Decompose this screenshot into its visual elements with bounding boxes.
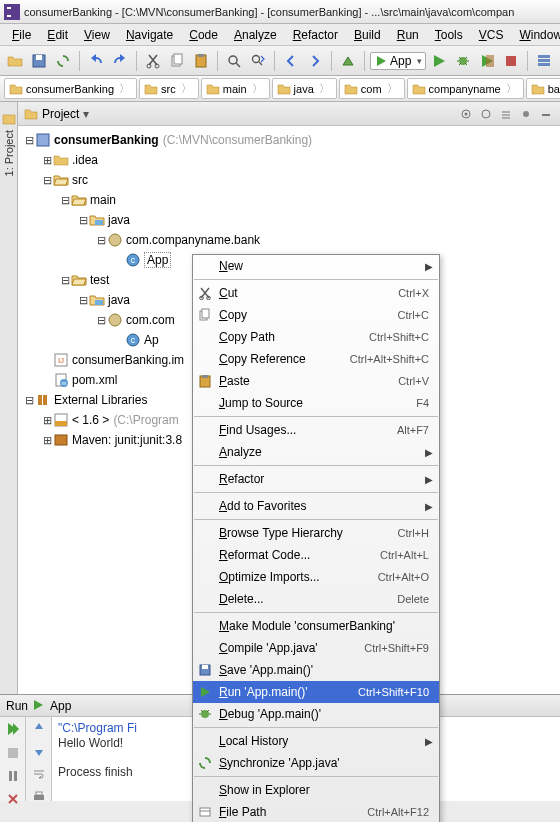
menu-navigate[interactable]: Navigate [118, 26, 181, 44]
svg-rect-8 [174, 54, 182, 64]
ctx-show-in-explorer[interactable]: Show in Explorer [193, 779, 439, 801]
ctx-debug-app-main-[interactable]: Debug 'App.main()' [193, 703, 439, 725]
crumb-companyname[interactable]: companyname〉 [407, 78, 524, 99]
coverage-icon[interactable] [476, 50, 498, 72]
run-gutter-left [0, 717, 26, 801]
debug-button[interactable] [452, 50, 474, 72]
ctx-local-history[interactable]: Local History▶ [193, 730, 439, 752]
redo-icon[interactable] [109, 50, 131, 72]
crumb-src[interactable]: src〉 [139, 78, 199, 99]
make-icon[interactable] [337, 50, 359, 72]
ctx-add-to-favorites[interactable]: Add to Favorites▶ [193, 495, 439, 517]
ctx-copy-path[interactable]: Copy PathCtrl+Shift+C [193, 326, 439, 348]
ctx-make-module-consumerbanking-[interactable]: Make Module 'consumerBanking' [193, 615, 439, 637]
stop-icon[interactable] [500, 50, 522, 72]
project-structure-icon[interactable] [533, 50, 555, 72]
autoscroll-to-icon[interactable] [458, 106, 474, 122]
crumb-java[interactable]: java〉 [272, 78, 337, 99]
menu-window[interactable]: Window [511, 26, 560, 44]
svg-rect-39 [43, 395, 47, 405]
wrap-icon[interactable] [32, 767, 46, 784]
ctx-optimize-imports-[interactable]: Optimize Imports...Ctrl+Alt+O [193, 566, 439, 588]
menu-vcs[interactable]: VCS [471, 26, 512, 44]
svg-point-11 [229, 56, 237, 64]
menu-analyze[interactable]: Analyze [226, 26, 285, 44]
crumb-main[interactable]: main〉 [201, 78, 270, 99]
paste-icon[interactable] [190, 50, 212, 72]
ctx-save-app-main-[interactable]: Save 'App.main()' [193, 659, 439, 681]
svg-rect-43 [8, 748, 18, 758]
rerun-icon[interactable] [5, 721, 21, 740]
svg-point-23 [523, 111, 529, 117]
svg-rect-0 [4, 4, 20, 20]
ctx-copy-reference[interactable]: Copy ReferenceCtrl+Alt+Shift+C [193, 348, 439, 370]
menu-code[interactable]: Code [181, 26, 226, 44]
ctx-refactor[interactable]: Refactor▶ [193, 468, 439, 490]
tree-consumerbanking[interactable]: ⊟consumerBanking(C:\MVN\consumerBanking) [18, 130, 560, 150]
svg-rect-41 [55, 421, 67, 426]
ctx-copy[interactable]: CopyCtrl+C [193, 304, 439, 326]
cut-icon[interactable] [142, 50, 164, 72]
svg-rect-38 [38, 395, 42, 405]
copy-icon [197, 307, 213, 323]
ctx-analyze[interactable]: Analyze▶ [193, 441, 439, 463]
tree--idea[interactable]: ⊞.idea [18, 150, 560, 170]
project-tool-tab[interactable]: 1: Project [0, 102, 18, 694]
exit-icon[interactable] [6, 792, 20, 809]
save-all-icon[interactable] [28, 50, 50, 72]
menu-edit[interactable]: Edit [39, 26, 76, 44]
run-gutter-right [26, 717, 52, 801]
ctx-browse-type-hierarchy[interactable]: Browse Type HierarchyCtrl+H [193, 522, 439, 544]
ctx-find-usages-[interactable]: Find Usages...Alt+F7 [193, 419, 439, 441]
find-icon[interactable] [223, 50, 245, 72]
svg-rect-44 [9, 771, 12, 781]
undo-icon[interactable] [85, 50, 107, 72]
menu-tools[interactable]: Tools [427, 26, 471, 44]
back-icon[interactable] [280, 50, 302, 72]
ctx-file-path[interactable]: File PathCtrl+Alt+F12 [193, 801, 439, 822]
ctx-run-app-main-[interactable]: Run 'App.main()'Ctrl+Shift+F10 [193, 681, 439, 703]
sync-icon[interactable] [52, 50, 74, 72]
ctx-jump-to-source[interactable]: Jump to SourceF4 [193, 392, 439, 414]
collapse-all-icon[interactable] [498, 106, 514, 122]
autoscroll-from-icon[interactable] [478, 106, 494, 122]
ctx-new[interactable]: New▶ [193, 255, 439, 277]
ctx-cut[interactable]: CutCtrl+X [193, 282, 439, 304]
menu-file[interactable]: File [4, 26, 39, 44]
hide-icon[interactable] [538, 106, 554, 122]
tree-main[interactable]: ⊟main [18, 190, 560, 210]
menu-run[interactable]: Run [389, 26, 427, 44]
ctx-delete-[interactable]: Delete...Delete [193, 588, 439, 610]
svg-rect-15 [506, 56, 516, 66]
down-icon[interactable] [32, 744, 46, 761]
ctx-paste[interactable]: PasteCtrl+V [193, 370, 439, 392]
tree-com-companyname-bank[interactable]: ⊟com.companyname.bank [18, 230, 560, 250]
ctx-compile-app-java-[interactable]: Compile 'App.java'Ctrl+Shift+F9 [193, 637, 439, 659]
tree-src[interactable]: ⊟src [18, 170, 560, 190]
menu-refactor[interactable]: Refactor [285, 26, 346, 44]
svg-rect-46 [34, 795, 44, 800]
crumb-consumerbanking[interactable]: consumerBanking〉 [4, 78, 137, 99]
panel-title: Project [42, 107, 79, 121]
ctx-synchronize-app-java-[interactable]: Synchronize 'App.java' [193, 752, 439, 774]
stop-run-icon[interactable] [6, 746, 20, 763]
forward-icon[interactable] [304, 50, 326, 72]
ctx-reformat-code-[interactable]: Reformat Code...Ctrl+Alt+L [193, 544, 439, 566]
open-icon[interactable] [4, 50, 26, 72]
crumb-bank[interactable]: bank〉 [526, 78, 560, 99]
copy-icon[interactable] [166, 50, 188, 72]
svg-rect-55 [202, 665, 208, 669]
run-config-selector[interactable]: App [370, 52, 426, 70]
gear-icon[interactable] [518, 106, 534, 122]
svg-rect-16 [538, 55, 550, 58]
replace-icon[interactable] [247, 50, 269, 72]
menu-build[interactable]: Build [346, 26, 389, 44]
print-icon[interactable] [32, 790, 46, 807]
pause-icon[interactable] [6, 769, 20, 786]
tree-java[interactable]: ⊟java [18, 210, 560, 230]
run-button[interactable] [428, 50, 450, 72]
up-icon[interactable] [32, 721, 46, 738]
run-tab-label[interactable]: App [50, 699, 71, 713]
crumb-com[interactable]: com〉 [339, 78, 405, 99]
menu-view[interactable]: View [76, 26, 118, 44]
